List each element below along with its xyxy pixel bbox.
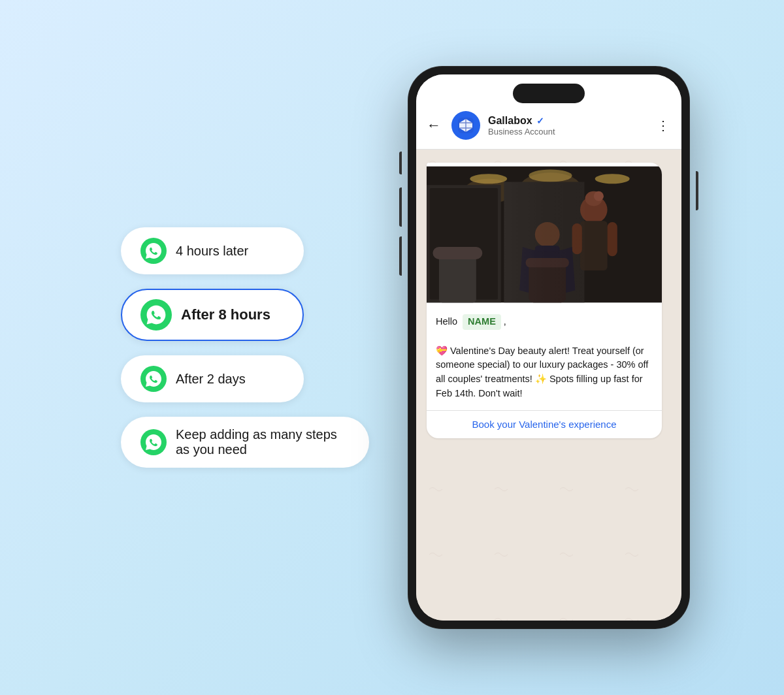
step-1-label: 4 hours later xyxy=(176,244,248,259)
message-body-text: 💝 Valentine's Day beauty alert! Treat yo… xyxy=(436,346,648,398)
phone-mockup: ← Gallabox ✓ Business Account xyxy=(408,67,689,628)
verified-badge-icon: ✓ xyxy=(536,116,544,126)
name-tag: NAME xyxy=(463,314,501,330)
whatsapp-icon-2 xyxy=(140,299,172,331)
more-options-icon[interactable]: ⋮ xyxy=(657,121,671,129)
contact-subtitle: Business Account xyxy=(488,127,649,137)
whatsapp-icon-3 xyxy=(140,366,167,392)
svg-rect-30 xyxy=(427,167,662,302)
steps-panel: 4 hours later After 8 hours After 2 days xyxy=(95,227,369,468)
step-pill-3[interactable]: After 2 days xyxy=(121,355,304,402)
message-text: Hello NAME , 💝 Valentine's Day beauty al… xyxy=(436,314,653,401)
step-pill-1[interactable]: 4 hours later xyxy=(121,227,304,274)
greeting-suffix: , xyxy=(504,316,506,327)
phone-screen: ← Gallabox ✓ Business Account xyxy=(416,74,681,621)
whatsapp-icon-4 xyxy=(140,429,167,455)
volume-down-button xyxy=(399,236,402,276)
step-2-label: After 8 hours xyxy=(181,306,270,323)
page-container: 4 hours later After 8 hours After 2 days xyxy=(0,0,784,695)
greeting-prefix: Hello xyxy=(436,316,457,327)
contact-name: Gallabox ✓ xyxy=(488,115,649,127)
step-4-label: Keep adding as many steps as you need xyxy=(176,427,350,457)
dynamic-island xyxy=(513,84,585,103)
message-body: Hello NAME , 💝 Valentine's Day beauty al… xyxy=(427,306,662,410)
whatsapp-icon-1 xyxy=(140,238,167,264)
contact-info: Gallabox ✓ Business Account xyxy=(488,115,649,137)
step-pill-2[interactable]: After 8 hours xyxy=(121,289,304,341)
message-bubble: ★ ★ ★ xyxy=(427,163,662,438)
mute-button xyxy=(399,152,402,174)
power-button xyxy=(696,171,698,210)
step-3-label: After 2 days xyxy=(176,372,246,387)
volume-up-button xyxy=(399,187,402,227)
gallabox-logo-icon xyxy=(457,116,475,135)
chat-area: ★ ★ ★ xyxy=(416,150,681,621)
salon-image: ★ ★ ★ xyxy=(427,163,662,306)
cta-section: Book your Valentine's experience xyxy=(427,410,662,438)
cta-link[interactable]: Book your Valentine's experience xyxy=(472,419,616,430)
back-arrow-icon[interactable]: ← xyxy=(427,117,441,134)
contact-avatar xyxy=(451,111,480,140)
step-pill-4[interactable]: Keep adding as many steps as you need xyxy=(121,417,369,468)
